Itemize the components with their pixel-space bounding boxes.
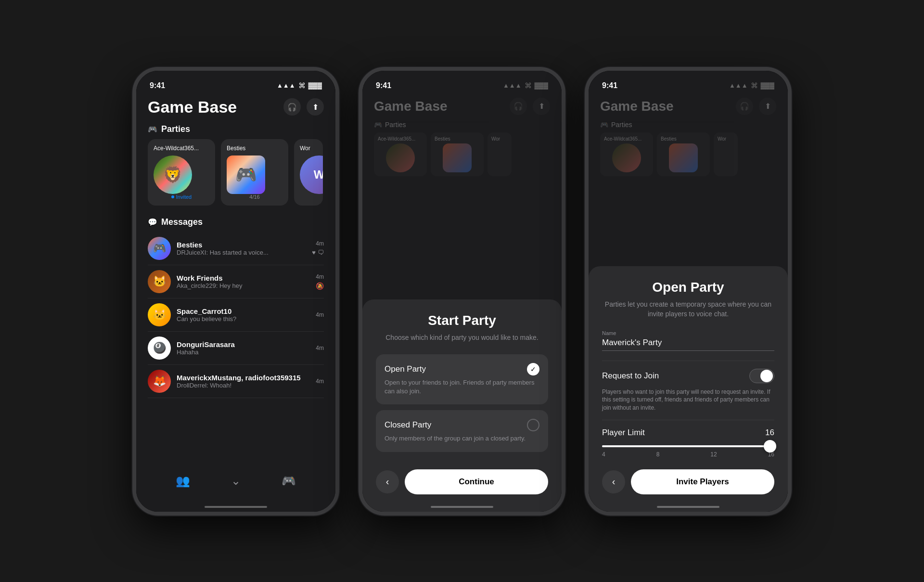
parties-label: Parties <box>161 124 190 134</box>
tick-12: 12 <box>710 451 717 458</box>
msg-preview-workfriends: Aka_circle229: Hey hey <box>177 282 310 289</box>
party-status-ace: Invited <box>154 194 209 200</box>
party-card-title-wor: Wor <box>300 145 317 152</box>
phone-1: 9:41 ▲▲▲ ⌘ ▓▓▓ Game Base 🎧 ⬆ 🎮 Parties A… <box>132 67 339 516</box>
comment-icon: 🗨 <box>318 249 324 256</box>
messages-section-label: 💬 Messages <box>136 215 335 232</box>
msg-name-spacecarrot: Space_Carrot10 <box>177 307 310 315</box>
open-party-option[interactable]: Open Party ✓ Open to your friends to joi… <box>376 354 548 404</box>
wifi-icon-3: ⌘ <box>751 81 758 90</box>
player-limit-section: Player Limit 16 4 8 12 16 <box>602 428 774 458</box>
modal-title-2: Start Party <box>376 313 548 328</box>
back-button-3[interactable]: ‹ <box>602 470 625 493</box>
tab-home[interactable]: ⌄ <box>231 474 241 488</box>
divider-2 <box>602 420 774 420</box>
message-item-workfriends[interactable]: 🐱 Work Friends Aka_circle229: Hey hey 4m… <box>148 265 324 298</box>
open-party-radio[interactable]: ✓ <box>527 363 539 375</box>
msg-preview-maverick: DrollDerrel: Whoah! <box>177 382 310 389</box>
party-card-wor[interactable]: Wor W <box>294 139 323 206</box>
status-icons-2: ▲▲▲ ⌘ ▓▓▓ <box>503 81 548 90</box>
home-indicator-3 <box>657 506 719 508</box>
share-icon[interactable]: ⬆ <box>307 98 324 116</box>
closed-party-name: Closed Party <box>385 420 431 430</box>
home-indicator-1 <box>205 506 267 508</box>
party-avatar-wor: W <box>300 155 323 194</box>
battery-icon-3: ▓▓▓ <box>761 82 774 89</box>
msg-time-donguri: 4m <box>316 345 324 351</box>
wifi-icon-2: ⌘ <box>525 81 532 90</box>
battery-icon-2: ▓▓▓ <box>535 82 548 89</box>
msg-time-spacecarrot: 4m <box>316 311 324 318</box>
message-item-donguri[interactable]: 🎱 DonguriSarasara Hahaha 4m <box>148 332 324 365</box>
continue-button[interactable]: Continue <box>405 469 548 494</box>
app-title-1: Game Base <box>148 98 237 116</box>
msg-preview-besties: DRJuiceXI: Has started a voice... <box>177 249 306 256</box>
message-item-besties[interactable]: 🎮 Besties DRJuiceXI: Has started a voice… <box>148 232 324 265</box>
open-party-desc: Open to your friends to join. Friends of… <box>385 378 539 396</box>
msg-time-besties: 4m <box>316 240 324 247</box>
msg-time-maverick: 4m <box>316 378 324 385</box>
tab-friends[interactable]: 👥 <box>176 474 190 488</box>
party-status-besties: 4/16 <box>227 194 282 200</box>
home-indicator-2 <box>431 506 493 508</box>
time-2: 9:41 <box>376 81 391 90</box>
status-icons-1: ▲▲▲ ⌘ ▓▓▓ <box>277 81 322 90</box>
status-icons-3: ▲▲▲ ⌘ ▓▓▓ <box>729 81 774 90</box>
divider-1 <box>602 361 774 361</box>
tick-8: 8 <box>656 451 660 458</box>
mute-icon: 🔕 <box>316 282 324 290</box>
messages-icon: 💬 <box>148 218 157 227</box>
phone-3: 9:41 ▲▲▲ ⌘ ▓▓▓ Game Base 🎧 ⬆ 🎮 Parties <box>585 67 792 516</box>
signal-icon-3: ▲▲▲ <box>729 82 748 89</box>
party-card-ace[interactable]: Ace-Wildcat365... 🦁 Invited <box>148 139 215 206</box>
modal-overlay-2: Start Party Choose which kind of party y… <box>362 71 562 512</box>
closed-party-radio[interactable] <box>527 419 539 431</box>
modal-subtitle-3: Parties let you create a temporary space… <box>602 300 774 319</box>
wifi-icon: ⌘ <box>298 81 306 90</box>
party-card-title-besties: Besties <box>227 145 282 152</box>
name-label: Name <box>602 330 774 336</box>
headphones-icon[interactable]: 🎧 <box>283 98 301 116</box>
msg-avatar-maverick: 🦊 <box>148 370 171 393</box>
msg-content-spacecarrot: Space_Carrot10 Can you believe this? <box>177 307 310 323</box>
request-to-join-row: Request to Join <box>602 369 774 383</box>
invite-players-button[interactable]: Invite Players <box>631 469 774 494</box>
modal-actions-2: ‹ Continue <box>376 458 548 512</box>
invite-players-label: Invite Players <box>676 477 729 487</box>
msg-name-besties: Besties <box>177 241 306 249</box>
name-input[interactable]: Maverick's Party <box>602 338 774 351</box>
modal-subtitle-2: Choose which kind of party you would lik… <box>376 333 548 343</box>
time-3: 9:41 <box>602 81 617 90</box>
slider-ticks: 4 8 12 16 <box>602 451 774 458</box>
request-to-join-toggle[interactable] <box>749 369 774 383</box>
app-header-1: Game Base 🎧 ⬆ <box>136 94 335 122</box>
player-limit-value: 16 <box>765 428 774 438</box>
player-limit-label: Player Limit <box>602 428 645 438</box>
message-item-spacecarrot[interactable]: 🐱 Space_Carrot10 Can you believe this? 4… <box>148 298 324 332</box>
party-avatar-ace: 🦁 <box>154 155 192 194</box>
tab-controller[interactable]: 🎮 <box>282 474 296 488</box>
phone-2: 9:41 ▲▲▲ ⌘ ▓▓▓ Game Base 🎧 ⬆ 🎮 Parties <box>359 67 565 516</box>
message-item-maverick[interactable]: 🦊 MaverickxMustang, radiofoot359315 Drol… <box>148 365 324 398</box>
msg-content-workfriends: Work Friends Aka_circle229: Hey hey <box>177 274 310 289</box>
closed-party-desc: Only members of the group can join a clo… <box>385 434 539 443</box>
request-to-join-desc: Players who want to join this party will… <box>602 388 774 412</box>
msg-content-besties: Besties DRJuiceXI: Has started a voice..… <box>177 241 306 256</box>
msg-time-workfriends: 4m <box>316 273 324 280</box>
back-button-2[interactable]: ‹ <box>376 470 399 493</box>
battery-icon: ▓▓▓ <box>308 82 322 89</box>
slider-thumb[interactable] <box>764 440 776 453</box>
player-limit-slider[interactable] <box>602 445 774 447</box>
msg-avatar-donguri: 🎱 <box>148 336 171 360</box>
parties-section-label: 🎮 Parties <box>136 122 335 139</box>
msg-preview-donguri: Hahaha <box>177 349 310 356</box>
msg-preview-spacecarrot: Can you believe this? <box>177 315 310 323</box>
heart-icon: ♥ <box>312 249 316 256</box>
open-party-modal: Open Party Parties let you create a temp… <box>589 266 788 512</box>
modal-title-3: Open Party <box>602 280 774 295</box>
bottom-tabs: 👥 ⌄ 🎮 <box>136 468 335 512</box>
msg-meta-besties: 4m ♥ 🗨 <box>312 240 324 256</box>
party-card-besties[interactable]: Besties 🎮 4/16 <box>221 139 288 206</box>
msg-meta-spacecarrot: 4m <box>316 311 324 318</box>
closed-party-option[interactable]: Closed Party Only members of the group c… <box>376 410 548 452</box>
